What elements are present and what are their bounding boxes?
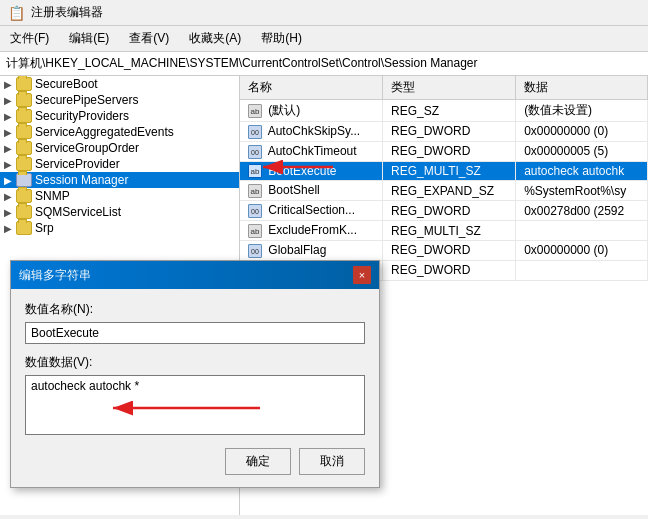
cell-type: REG_DWORD xyxy=(383,240,516,260)
tree-item-securityproviders[interactable]: ▶ SecurityProviders xyxy=(0,108,239,124)
value-icon-ab: ab xyxy=(248,164,262,178)
cell-name: 00 AutoChkTimeout xyxy=(240,141,383,161)
table-row[interactable]: 00 AutoChkTimeout REG_DWORD 0x00000005 (… xyxy=(240,141,648,161)
tree-label: SecurePipeServers xyxy=(35,93,138,107)
cell-name: ab (默认) xyxy=(240,100,383,122)
tree-arrow: ▶ xyxy=(0,207,16,218)
folder-icon xyxy=(16,173,32,187)
col-data: 数据 xyxy=(516,76,648,100)
cell-type: REG_SZ xyxy=(383,100,516,122)
cell-data: 0x00000000 (0) xyxy=(516,240,648,260)
cell-type: REG_DWORD xyxy=(383,122,516,142)
tree-item-serviceprovider[interactable]: ▶ ServiceProvider xyxy=(0,156,239,172)
menu-view[interactable]: 查看(V) xyxy=(119,28,179,49)
tree-arrow: ▶ xyxy=(0,175,16,186)
value-icon-ab: ab xyxy=(248,224,262,238)
tree-item-servicegrouporder[interactable]: ▶ ServiceGroupOrder xyxy=(0,140,239,156)
table-row[interactable]: 00 AutoChkSkipSy... REG_DWORD 0x00000000… xyxy=(240,122,648,142)
value-icon-dw: 00 xyxy=(248,244,262,258)
dialog-title-text: 编辑多字符串 xyxy=(19,267,91,284)
cell-data: 0x00000000 (0) xyxy=(516,122,648,142)
edit-multistring-dialog: 编辑多字符串 × 数值名称(N): 数值数据(V): 确 xyxy=(10,260,380,488)
registry-table: 名称 类型 数据 ab (默认) REG_SZ (数值未设置) xyxy=(240,76,648,281)
tree-label: ServiceAggregatedEvents xyxy=(35,125,174,139)
tree-arrow: ▶ xyxy=(0,79,16,90)
menu-bar: 文件(F) 编辑(E) 查看(V) 收藏夹(A) 帮助(H) xyxy=(0,26,648,52)
table-row[interactable]: 00 GlobalFlag REG_DWORD 0x00000000 (0) xyxy=(240,240,648,260)
dialog-close-button[interactable]: × xyxy=(353,266,371,284)
tree-label: Srp xyxy=(35,221,54,235)
menu-file[interactable]: 文件(F) xyxy=(0,28,59,49)
value-icon-ab: ab xyxy=(248,104,262,118)
name-label: 数值名称(N): xyxy=(25,301,365,318)
tree-item-secureboot[interactable]: ▶ SecureBoot xyxy=(0,76,239,92)
data-label: 数值数据(V): xyxy=(25,354,365,371)
tree-label: ServiceGroupOrder xyxy=(35,141,139,155)
ok-button[interactable]: 确定 xyxy=(225,448,291,475)
tree-item-serviceaggregated[interactable]: ▶ ServiceAggregatedEvents xyxy=(0,124,239,140)
table-row[interactable]: 00 CriticalSection... REG_DWORD 0x00278d… xyxy=(240,201,648,221)
value-icon-ab: ab xyxy=(248,184,262,198)
menu-favorites[interactable]: 收藏夹(A) xyxy=(179,28,251,49)
table-row-bootexecute[interactable]: ab BootExecute REG_MULTI_SZ autocheck au… xyxy=(240,161,648,181)
folder-icon xyxy=(16,125,32,139)
tree-arrow: ▶ xyxy=(0,143,16,154)
folder-icon xyxy=(16,77,32,91)
value-icon-dw: 00 xyxy=(248,145,262,159)
folder-icon xyxy=(16,93,32,107)
cell-type: REG_DWORD xyxy=(383,141,516,161)
tree-label: Session Manager xyxy=(35,173,128,187)
cell-name: 00 GlobalFlag xyxy=(240,240,383,260)
tree-arrow: ▶ xyxy=(0,223,16,234)
cell-data: 0x00278d00 (2592 xyxy=(516,201,648,221)
cell-name: 00 CriticalSection... xyxy=(240,201,383,221)
tree-arrow: ▶ xyxy=(0,95,16,106)
tree-item-securepipeservers[interactable]: ▶ SecurePipeServers xyxy=(0,92,239,108)
address-bar: 计算机\HKEY_LOCAL_MACHINE\SYSTEM\CurrentCon… xyxy=(0,52,648,76)
tree-label: SNMP xyxy=(35,189,70,203)
app-icon: 📋 xyxy=(8,5,25,21)
cell-data xyxy=(516,260,648,280)
value-icon-dw: 00 xyxy=(248,204,262,218)
cell-type: REG_MULTI_SZ xyxy=(383,161,516,181)
tree-label: SecurityProviders xyxy=(35,109,129,123)
table-row[interactable]: ab ExcludeFromK... REG_MULTI_SZ xyxy=(240,221,648,241)
cell-data: autocheck autochk xyxy=(516,161,648,181)
cancel-button[interactable]: 取消 xyxy=(299,448,365,475)
col-type: 类型 xyxy=(383,76,516,100)
tree-item-snmp[interactable]: ▶ SNMP xyxy=(0,188,239,204)
menu-help[interactable]: 帮助(H) xyxy=(251,28,312,49)
tree-arrow: ▶ xyxy=(0,191,16,202)
cell-name: ab BootExecute xyxy=(240,161,383,181)
tree-item-srp[interactable]: ▶ Srp xyxy=(0,220,239,236)
tree-item-sqmservicelist[interactable]: ▶ SQMServiceList xyxy=(0,204,239,220)
col-name: 名称 xyxy=(240,76,383,100)
folder-icon xyxy=(16,141,32,155)
menu-edit[interactable]: 编辑(E) xyxy=(59,28,119,49)
cell-name: ab ExcludeFromK... xyxy=(240,221,383,241)
dialog-body: 数值名称(N): 数值数据(V): 确定 取消 xyxy=(11,289,379,487)
table-row[interactable]: ab BootShell REG_EXPAND_SZ %SystemRoot%\… xyxy=(240,181,648,201)
tree-label: SQMServiceList xyxy=(35,205,121,219)
cell-data: %SystemRoot%\sy xyxy=(516,181,648,201)
tree-item-sessionmanager[interactable]: ▶ Session Manager xyxy=(0,172,239,188)
cell-type: REG_MULTI_SZ xyxy=(383,221,516,241)
cell-type: REG_DWORD xyxy=(383,201,516,221)
tree-arrow: ▶ xyxy=(0,127,16,138)
folder-icon xyxy=(16,205,32,219)
cell-type: REG_EXPAND_SZ xyxy=(383,181,516,201)
folder-icon xyxy=(16,109,32,123)
tree-label: ServiceProvider xyxy=(35,157,120,171)
tree-arrow: ▶ xyxy=(0,111,16,122)
cell-data: 0x00000005 (5) xyxy=(516,141,648,161)
folder-icon xyxy=(16,221,32,235)
cell-data xyxy=(516,221,648,241)
cell-name: ab BootShell xyxy=(240,181,383,201)
table-row[interactable]: ab (默认) REG_SZ (数值未设置) xyxy=(240,100,648,122)
name-input[interactable] xyxy=(25,322,365,344)
folder-icon xyxy=(16,189,32,203)
dialog-title-bar: 编辑多字符串 × xyxy=(11,261,379,289)
red-arrow-dialog xyxy=(105,388,265,428)
cell-type: REG_DWORD xyxy=(383,260,516,280)
tree-arrow: ▶ xyxy=(0,159,16,170)
